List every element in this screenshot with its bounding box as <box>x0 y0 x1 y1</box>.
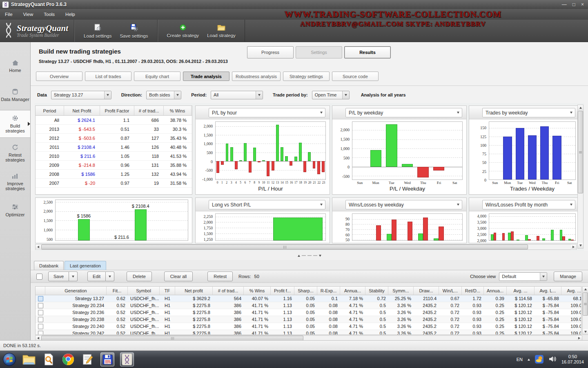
retest-button[interactable]: Retest <box>207 272 233 281</box>
table-row[interactable]: 2010$ 211.61.0511841.53 % <box>36 152 192 161</box>
floppy-icon[interactable]: 64 <box>100 352 114 366</box>
tab-trade-analysis[interactable]: Trade analysis <box>183 72 229 81</box>
tab-source-code[interactable]: Source code <box>332 72 379 81</box>
sidebar-item-improve-strategies[interactable]: Improve strategies <box>0 168 30 195</box>
table-row[interactable]: 2009$ -214.80.9613135.88 % <box>36 161 192 170</box>
scroll-up-icon[interactable] <box>578 105 583 110</box>
hidden-icons-icon[interactable] <box>528 359 530 361</box>
column-header[interactable]: Period <box>36 106 64 115</box>
collapse-up-icon[interactable] <box>298 255 300 257</box>
progress-button[interactable]: Progress <box>247 46 294 58</box>
scroll-up-icon[interactable] <box>583 287 588 292</box>
scroll-down-icon[interactable] <box>578 243 583 248</box>
chart-type-select[interactable]: P/L by weekday <box>345 108 462 117</box>
tab-last-generation[interactable]: Last generation <box>65 261 106 270</box>
notepad-icon[interactable] <box>81 352 95 366</box>
search-icon[interactable] <box>42 352 56 366</box>
start-button[interactable] <box>2 352 16 366</box>
scrollbar-thumb[interactable] <box>578 111 583 193</box>
clear-all-button[interactable]: Clear all <box>164 272 193 281</box>
minimize-button[interactable]: — <box>562 2 567 7</box>
table-row[interactable]: 2008$ 15861.2513243.94 % <box>36 170 192 179</box>
sidebar-item-data-manager[interactable]: Data Manager <box>0 81 30 108</box>
maximize-button[interactable]: □ <box>572 2 575 7</box>
chrome-icon[interactable] <box>61 352 75 366</box>
scrollbar-thumb[interactable] <box>583 292 588 316</box>
column-header[interactable]: Symm... <box>388 287 414 295</box>
settings-button[interactable]: Settings <box>296 46 342 58</box>
column-header[interactable]: Avg. ... <box>507 287 535 295</box>
table-row[interactable]: Strategy 13.270.62USDCHF_fh...H1$ 3629.2… <box>36 295 581 302</box>
menu-help[interactable]: Help <box>65 12 75 17</box>
column-header[interactable]: Profit f... <box>271 287 294 295</box>
language-indicator[interactable]: EN <box>517 357 523 362</box>
table-row[interactable]: 2011$ 2108.41.4612640.48 % <box>36 143 192 152</box>
column-header[interactable]: TF <box>160 287 175 295</box>
sidebar-item-build-strategies[interactable]: Build strategies <box>0 110 30 138</box>
row-checkbox[interactable] <box>38 303 43 308</box>
scroll-left-icon[interactable] <box>36 245 41 250</box>
table-row[interactable]: 2013$ -543.50.513330.3 % <box>36 125 192 134</box>
tab-robustness-analysis[interactable]: Robustness analysis <box>232 72 281 81</box>
scroll-right-icon[interactable] <box>571 245 576 250</box>
chart-type-select[interactable]: Trades by weekday <box>482 108 575 117</box>
column-header[interactable]: Avg. L... <box>535 287 561 295</box>
tab-equity-chart[interactable]: Equity chart <box>134 72 180 81</box>
tab-overview[interactable]: Overview <box>36 72 82 81</box>
edit-dropdown-icon[interactable] <box>106 272 114 281</box>
save-dropdown-icon[interactable] <box>69 272 78 281</box>
tab-databank[interactable]: Databank <box>34 261 64 270</box>
row-checkbox[interactable] <box>38 324 43 329</box>
select-all-checkbox[interactable] <box>36 274 42 280</box>
tab-list-of-trades[interactable]: List of trades <box>85 72 131 81</box>
period-select[interactable]: All <box>211 91 263 99</box>
collapse-down-icon[interactable] <box>319 255 321 257</box>
table-row[interactable]: Strategy 20.2360.52USDCHF_fh...H1$ 2275.… <box>36 309 581 316</box>
row-checkbox[interactable] <box>38 331 43 335</box>
clock[interactable]: 0:50 16.07.2014 <box>561 354 584 365</box>
save-button[interactable]: Save <box>48 272 69 281</box>
column-header[interactable]: Net Profit <box>64 106 100 115</box>
row-checkbox[interactable] <box>38 296 43 301</box>
sidebar-item-optimizer[interactable]: Optimizer <box>0 197 30 224</box>
edit-button[interactable]: Edit <box>87 272 106 281</box>
manage-button[interactable]: Manage <box>554 272 582 281</box>
data-select[interactable]: Strategy 13.27 <box>51 91 111 99</box>
column-header[interactable]: Annua... <box>484 287 507 295</box>
chart-type-select[interactable]: Long vs Short P/L <box>209 200 325 209</box>
table-row[interactable]: Strategy 20.2400.52USDCHF_fh...H1$ 2275.… <box>36 323 581 330</box>
chart-type-select[interactable]: P/L by hour <box>209 108 325 117</box>
results-button[interactable]: Results <box>344 46 391 58</box>
column-header[interactable]: Profit Factor <box>100 106 134 115</box>
column-header[interactable]: R-Exp... <box>317 287 340 295</box>
weather-icon[interactable] <box>535 355 543 364</box>
column-header[interactable]: % Wins <box>164 106 192 115</box>
menu-view[interactable]: View <box>23 12 33 17</box>
load-settings-button[interactable]: Load settings <box>80 20 116 42</box>
column-header[interactable]: Symbol <box>128 287 160 295</box>
column-header[interactable]: Generation <box>45 287 107 295</box>
column-header[interactable]: Win/L... <box>439 287 462 295</box>
row-checkbox[interactable] <box>38 310 43 315</box>
file-explorer-icon[interactable] <box>22 352 36 366</box>
table-row[interactable]: Strategy 20.2380.52USDCHF_fh...H1$ 2275.… <box>36 316 581 323</box>
strategyquant-taskbar-icon[interactable] <box>120 352 134 366</box>
table-row[interactable]: Strategy 20.2340.52USDCHF_fh...H1$ 2275.… <box>36 302 581 309</box>
table-row[interactable]: 2007$ -200.971931.58 % <box>36 179 192 188</box>
column-header[interactable]: Annua... <box>340 287 365 295</box>
column-header[interactable]: # of trad... <box>213 287 244 295</box>
scrollbar-thumb[interactable] <box>41 245 528 249</box>
column-header[interactable]: Avg. ... <box>561 287 581 295</box>
panel-splitter[interactable] <box>31 251 588 260</box>
charts-horizontal-scrollbar[interactable] <box>35 244 577 250</box>
create-strategy-button[interactable]: Create strategy <box>163 20 203 42</box>
column-header[interactable]: Net profit <box>175 287 213 295</box>
chart-type-select[interactable]: Wins/Losses by weekday <box>345 200 462 209</box>
load-strategy-button[interactable]: Load strategy <box>203 20 240 42</box>
scroll-down-icon[interactable] <box>583 329 588 334</box>
column-header[interactable]: Ret/D... <box>462 287 484 295</box>
save-settings-button[interactable]: Save settings <box>116 20 152 42</box>
table-row[interactable]: Strategy 20.2420.52USDCHF_fh...H1$ 2275.… <box>36 330 581 335</box>
column-header[interactable]: Sharp... <box>294 287 317 295</box>
menu-file[interactable]: File <box>5 12 13 17</box>
